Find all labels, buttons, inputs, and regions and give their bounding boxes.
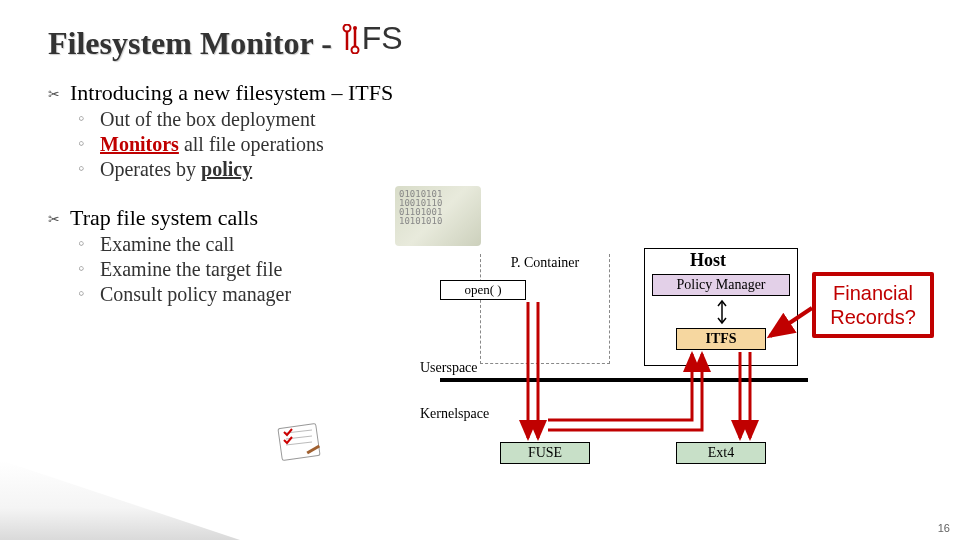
- architecture-diagram: P. Container open( ) Host Policy Manager…: [420, 236, 940, 516]
- bullet-marker-icon: ✂: [48, 211, 62, 227]
- host-label: Host: [690, 250, 726, 271]
- slide: Filesystem Monitor - FS ✂ Introducing a …: [0, 0, 960, 540]
- page-number: 16: [938, 522, 950, 534]
- user-kernel-divider: [440, 378, 808, 382]
- sub-marker-icon: ◦: [78, 283, 92, 304]
- wrench-icon: [342, 24, 360, 54]
- itfs-pm-arrow-icon: [716, 298, 728, 326]
- policy-manager-box: Policy Manager: [652, 274, 790, 296]
- checklist-icon: [270, 418, 326, 466]
- page-title: Filesystem Monitor -: [48, 25, 332, 62]
- sub-marker-icon: ◦: [78, 133, 92, 154]
- financial-records-callout: Financial Records?: [812, 272, 934, 338]
- bullet-2-sub-1-text: Examine the call: [100, 233, 234, 256]
- fuse-box: FUSE: [500, 442, 590, 464]
- svg-rect-5: [278, 424, 320, 461]
- bullet-2-text: Trap file system calls: [70, 205, 258, 231]
- emphasis-policy: policy: [201, 158, 252, 180]
- process-container-label: P. Container: [481, 254, 609, 272]
- userspace-label: Userspace: [420, 360, 478, 376]
- bullet-1-sub-2: ◦ Monitors all file operations: [78, 133, 912, 156]
- sub-marker-icon: ◦: [78, 233, 92, 254]
- svg-point-4: [353, 26, 357, 30]
- svg-point-0: [343, 24, 350, 31]
- svg-point-2: [351, 46, 358, 53]
- binary-sample: 01010101 10010110 01101001 10101010: [399, 189, 442, 226]
- sub-marker-icon: ◦: [78, 258, 92, 279]
- bullet-2-sub-3-text: Consult policy manager: [100, 283, 291, 306]
- sub-marker-icon: ◦: [78, 158, 92, 179]
- sub-marker-icon: ◦: [78, 108, 92, 129]
- bullet-marker-icon: ✂: [48, 86, 62, 102]
- bullet-1-sub-3-text: Operates by policy: [100, 158, 252, 181]
- bullet-1-sub-3: ◦ Operates by policy: [78, 158, 912, 181]
- corner-wedge-decor: [0, 460, 240, 540]
- bullet-2-sub-2-text: Examine the target file: [100, 258, 282, 281]
- sub-rest: all file operations: [179, 133, 324, 155]
- itfs-box: ITFS: [676, 328, 766, 350]
- bullet-1-sub-1: ◦ Out of the box deployment: [78, 108, 912, 131]
- emphasis-monitors: Monitors: [100, 133, 179, 155]
- ext4-box: Ext4: [676, 442, 766, 464]
- kernelspace-label: Kernelspace: [420, 406, 489, 422]
- bullet-1-text: Introducing a new filesystem – ITFS: [70, 80, 393, 106]
- bullet-1-sub-1-text: Out of the box deployment: [100, 108, 316, 131]
- open-call-box: open( ): [440, 280, 526, 300]
- process-container-box: P. Container: [480, 254, 610, 364]
- title-logo: FS: [342, 20, 403, 57]
- sub-prefix: Operates by: [100, 158, 201, 180]
- bullet-1: ✂ Introducing a new filesystem – ITFS: [48, 80, 912, 106]
- bullet-1-sub-2-text: Monitors all file operations: [100, 133, 324, 156]
- title-row: Filesystem Monitor - FS: [48, 20, 912, 62]
- title-suffix: FS: [362, 20, 403, 57]
